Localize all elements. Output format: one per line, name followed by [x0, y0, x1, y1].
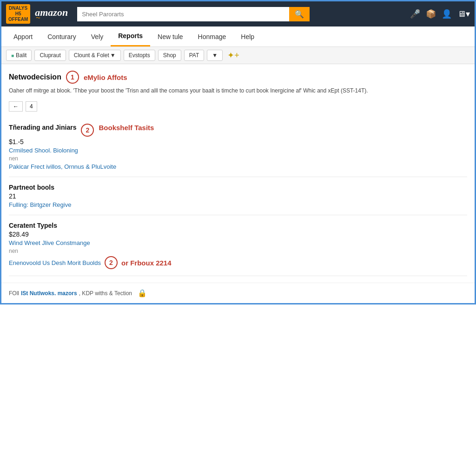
- badge-2-circle: 2: [81, 124, 94, 137]
- nav-bar: Apport Conturary Vely Reports New tule H…: [1, 26, 475, 47]
- footer-rest: , KDP withs & Tection: [79, 290, 132, 297]
- product-3-link1[interactable]: Wind Wreet Jlive Constmange: [9, 239, 90, 246]
- product-1-price: $1.-5: [9, 138, 467, 145]
- toolbar-evstopts[interactable]: Evstopts: [124, 50, 155, 61]
- top-header: DNALYS H5 OFFEAM amazon 〜 🔍 🎤 📦 👤 🖥▾: [1, 1, 475, 26]
- toolbar: Balit Clupraut Clount & Folet ▼ Evstopts…: [1, 47, 475, 64]
- product-1-tag: nen: [9, 155, 467, 162]
- main-content: Netwodecision 1 eMylio Affots Oaher off …: [1, 64, 475, 283]
- orders-icon[interactable]: 📦: [426, 9, 436, 19]
- footer-link[interactable]: ISt Nutlwoks. mazors: [21, 290, 77, 297]
- toolbar-balit[interactable]: Balit: [6, 50, 32, 61]
- nav-reports[interactable]: Reports: [111, 26, 150, 46]
- nav-conturary[interactable]: Conturary: [40, 27, 83, 46]
- nav-new-tule[interactable]: New tule: [150, 27, 190, 46]
- page-title-row: Netwodecision 1 eMylio Affots: [9, 71, 467, 84]
- product-item-2: Partneot bools 21 Fulling: Birtgzer Regi…: [9, 177, 467, 215]
- amazon-logo: amazon 〜: [35, 7, 68, 20]
- product-1-link2[interactable]: Pakicar Frect ivillos, Ornnus & PluLvoit…: [9, 163, 116, 170]
- product-2-price: 21: [9, 192, 467, 200]
- lock-icon: 🔒: [138, 289, 147, 298]
- search-button[interactable]: 🔍: [289, 7, 310, 21]
- product-item-3: Ceratent Typels $28.49 Wind Wreet Jlive …: [9, 215, 467, 276]
- product-2-name: Partneot bools: [9, 184, 54, 191]
- microphone-icon[interactable]: 🎤: [410, 9, 420, 19]
- badge-1-label: eMylio Affots: [84, 73, 127, 81]
- page-title: Netwodecision: [9, 73, 61, 81]
- logo-bot: OFFEAM: [8, 17, 28, 22]
- devices-icon[interactable]: 🖥▾: [457, 9, 470, 19]
- product-1-name: Tñerading and Jiniars: [9, 124, 76, 131]
- logo-mid: H5: [8, 11, 28, 17]
- nav-honmage[interactable]: Honmage: [191, 27, 234, 46]
- account-icon[interactable]: 👤: [442, 9, 452, 19]
- toolbar-clupraut[interactable]: Clupraut: [34, 50, 66, 61]
- product-2-link1[interactable]: Fulling: Birtgzer Regive: [9, 201, 71, 208]
- product-1-link1[interactable]: Crmilsed Shool. Bioloning: [9, 147, 78, 154]
- footer-row: FOll ISt Nutlwoks. mazors , KDP withs & …: [1, 283, 475, 303]
- pagination-current: 4: [26, 101, 37, 112]
- product-item-1: Tñerading and Jiniars 2 Bookshelf Tasits…: [9, 117, 467, 177]
- product-3-price: $28.49: [9, 231, 467, 238]
- nav-vely[interactable]: Vely: [84, 27, 111, 46]
- product-3-tag: nen: [9, 248, 467, 254]
- footer-text: FOll: [9, 290, 19, 297]
- dropdown-arrow-icon: ▼: [110, 52, 116, 59]
- badge-2-label: Bookshelf Tasits: [99, 124, 154, 132]
- star-plus-icon: ✦+: [227, 50, 239, 60]
- toolbar-shop[interactable]: Shop: [158, 50, 181, 61]
- pagination-row: ← 4: [9, 101, 467, 112]
- logo-top: DNALYS: [8, 6, 28, 11]
- product-3-link2[interactable]: Enenovoold Us Desh Morit Buolds: [9, 259, 101, 266]
- logo-box: DNALYS H5 OFFEAM: [6, 4, 30, 24]
- nav-help[interactable]: Help: [233, 27, 262, 46]
- product-1-title-row: Tñerading and Jiniars 2 Bookshelf Tasits: [9, 124, 467, 137]
- nav-apport[interactable]: Apport: [6, 27, 40, 46]
- toolbar-more[interactable]: ▼: [207, 50, 223, 61]
- product-3-name: Ceratent Typels: [9, 222, 57, 229]
- badge-3-label: or Frboux 2214: [121, 259, 172, 267]
- header-icons: 🎤 📦 👤 🖥▾: [410, 9, 470, 19]
- product-3-title-row: Ceratent Typels: [9, 222, 467, 229]
- badge-1-circle: 1: [66, 71, 79, 84]
- badge-3-circle: 2: [105, 256, 118, 269]
- toolbar-pat[interactable]: PAT: [184, 50, 205, 61]
- page-description: Oaher off mitrge at blook. 'Thbe your bo…: [9, 86, 467, 95]
- search-bar: 🔍: [77, 7, 310, 21]
- toolbar-clount-folet[interactable]: Clount & Folet ▼: [69, 50, 121, 61]
- product-3-badge-row: Enenovoold Us Desh Morit Buolds 2 or Frb…: [9, 256, 467, 269]
- pagination-prev[interactable]: ←: [9, 101, 23, 112]
- search-input[interactable]: [77, 7, 289, 21]
- product-2-title-row: Partneot bools: [9, 184, 467, 191]
